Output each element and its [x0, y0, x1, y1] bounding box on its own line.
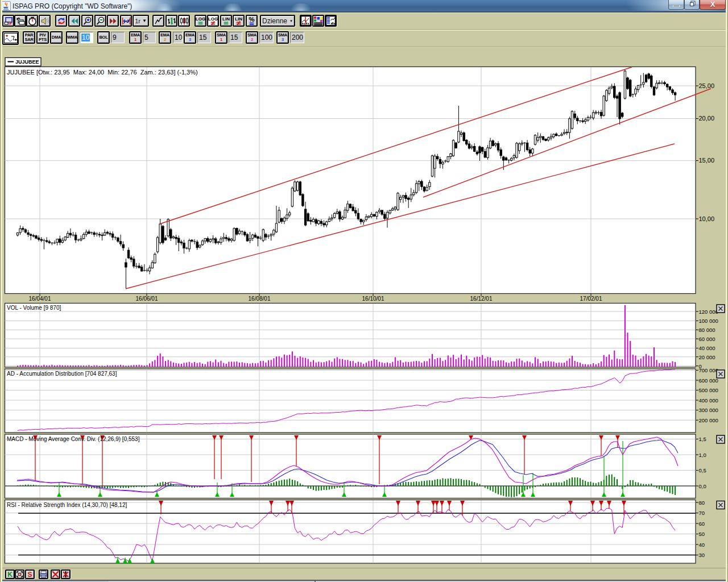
svg-text:1,5: 1,5: [699, 436, 706, 442]
svg-text:RSI - Relative Strength Index: RSI - Relative Strength Index (14,30,70)…: [7, 502, 127, 508]
svg-text:60: 60: [699, 521, 705, 527]
svg-text:MACD - Moving Average Conv. Di: MACD - Moving Average Conv. Div. (12,26,…: [7, 436, 140, 442]
svg-text:400 000: 400 000: [699, 397, 718, 404]
svg-text:16/12/01: 16/12/01: [470, 296, 493, 302]
svg-text:80: 80: [699, 500, 705, 506]
svg-text:80 000: 80 000: [699, 327, 715, 333]
svg-text:LOG: LOG: [208, 17, 218, 22]
svg-text:10,00: 10,00: [699, 215, 715, 222]
svg-text:120 000: 120 000: [699, 309, 718, 315]
svg-text:15,00: 15,00: [699, 157, 715, 164]
svg-text:20 000: 20 000: [699, 354, 715, 360]
svg-text:700 000: 700 000: [699, 367, 718, 373]
svg-text:25,00: 25,00: [699, 82, 715, 89]
svg-text:60 000: 60 000: [699, 336, 715, 342]
svg-text:20,00: 20,00: [699, 115, 715, 122]
svg-text:600 000: 600 000: [699, 377, 718, 384]
svg-text:40 000: 40 000: [699, 345, 715, 351]
svg-text:%: %: [249, 16, 254, 23]
svg-text:200 000: 200 000: [699, 417, 718, 423]
svg-text:16/06/01: 16/06/01: [136, 296, 158, 302]
svg-text:0,5: 0,5: [699, 467, 706, 473]
svg-text:17/02/01: 17/02/01: [580, 296, 602, 302]
svg-text:70: 70: [699, 510, 705, 516]
svg-text:AD - Accumulation Distribution: AD - Accumulation Distribution [704 827,…: [7, 371, 117, 377]
svg-text:50: 50: [699, 531, 705, 537]
svg-text:LOG: LOG: [196, 17, 205, 22]
svg-text:JUJUBEE: JUJUBEE: [15, 59, 39, 65]
svg-text:1,0: 1,0: [699, 452, 706, 458]
svg-text:LIN: LIN: [235, 17, 242, 22]
svg-text:500 000: 500 000: [699, 387, 718, 393]
svg-text:40: 40: [699, 542, 705, 548]
svg-text:0,0: 0,0: [699, 483, 706, 489]
svg-text:16/08/01: 16/08/01: [249, 296, 271, 302]
svg-text:VOL - Volume [9 870]: VOL - Volume [9 870]: [7, 305, 61, 311]
svg-text:LIN: LIN: [222, 17, 230, 22]
svg-text:16/10/01: 16/10/01: [362, 296, 384, 302]
svg-text:300 000: 300 000: [699, 407, 718, 413]
svg-text:30: 30: [699, 552, 705, 558]
svg-text:16/04/01: 16/04/01: [29, 296, 51, 302]
svg-text:JUJUBEE [Otw.: 23,95 Max: 24,: JUJUBEE [Otw.: 23,95 Max: 24,00 Min: 22,…: [7, 69, 198, 76]
svg-text:100 000: 100 000: [699, 318, 718, 324]
